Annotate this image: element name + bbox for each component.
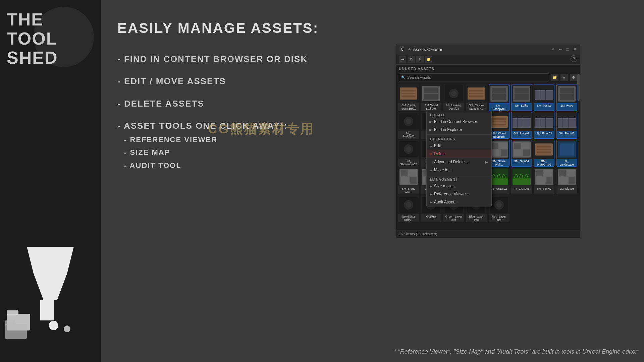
asset-name-24: SM_Stone Wall... [401,186,416,194]
svg-rect-21 [469,93,483,94]
asset-cell-3[interactable]: SM_Castle- Stairs3m02 [466,84,487,111]
ctx-delete-label: Delete [434,152,446,156]
asset-cell-23[interactable]: M_ Landscape [556,140,577,167]
toolbar-refresh-button[interactable]: ⟳ [408,56,415,63]
asset-cell-32[interactable]: NewEditor Utility... [398,195,419,222]
svg-rect-66 [562,118,563,128]
ctx-reference-viewer-button[interactable]: ✎ Reference Viewer... [427,190,491,198]
ctx-find-explorer-button[interactable]: ▶ Find in Explorer [427,126,491,134]
main-panel: EASILY MANAGE ASSETS: - FIND IN CONTENT … [101,0,644,362]
toolbar-edit-button[interactable]: ✎ [416,56,424,63]
filter-folder-button[interactable]: 📁 [551,74,558,81]
ctx-find-explorer-label: Find in Explorer [434,127,462,132]
asset-thumbnail-21 [511,140,532,159]
filter-settings-button[interactable]: ⚙ [570,74,577,81]
svg-rect-93 [523,149,530,156]
status-bar: 157 items (21 selected) [396,230,580,238]
ue-minimize-button[interactable]: ─ [558,47,562,52]
main-title: EASILY MANAGE ASSETS: [117,20,376,36]
asset-cell-15[interactable]: SM_Floor02 [556,112,577,139]
ctx-find-content-button[interactable]: ▶ Find in Content Browser [427,118,491,126]
ue-tab-close[interactable]: ✕ [551,47,554,52]
asset-cell-14[interactable]: SM_Floor03 [534,112,554,139]
asset-name-23: M_ Landscape [559,159,575,166]
status-text: 157 items (21 selected) [399,232,437,236]
asset-cell-5[interactable]: SM_Spike [511,84,532,111]
asset-cell-2[interactable]: MI_Leaking Decal03 [443,84,464,111]
asset-thumbnail-0 [398,84,419,103]
asset-cell-31[interactable]: SM_Sign03 [556,168,577,194]
asset-name-3: SM_Castle- Stairs3m02 [468,103,484,110]
svg-rect-87 [491,149,500,156]
ctx-move-to-button[interactable]: → Move to... [427,166,491,174]
edit-icon: ✎ [429,144,432,148]
ue-help-button[interactable]: ? [571,55,577,62]
asset-cell-24[interactable]: SM_Stone Wall... [398,168,419,194]
svg-rect-130 [559,177,568,184]
asset-name-35: Blue_Layer Info [469,214,484,222]
asset-cell-4[interactable]: SM_ Canopy05 [489,84,509,111]
svg-marker-0 [27,247,74,274]
ctx-delete-button[interactable]: ✕ Delete [427,150,491,158]
asset-cell-13[interactable]: SM_Floor01 [511,112,532,139]
svg-rect-10 [401,90,416,92]
svg-rect-101 [401,170,408,176]
asset-thumbnail-16 [398,140,419,159]
svg-point-8 [64,325,70,332]
asset-cell-7[interactable]: SM_Rope [556,84,577,111]
ue-titlebar: U ★ Assets Cleaner ✕ ─ □ ✕ [396,44,580,55]
asset-name-29: FT_Grass03 [513,186,530,190]
asset-name-34: Green_Layer Info [445,214,463,222]
advanced-delete-arrow: ▶ [485,160,488,164]
logo-line2: TOOL [7,29,58,48]
svg-point-18 [451,91,457,96]
ctx-size-map-button[interactable]: ✎ Size map... [427,182,491,190]
asset-name-33: GMTest [426,214,437,218]
feature-4-sub3: - AUDIT TOOL [117,161,376,171]
svg-point-134 [406,202,411,207]
tool-icon-illustration [0,240,94,342]
svg-rect-85 [491,143,498,149]
ue-maximize-button[interactable]: □ [565,47,570,52]
asset-cell-1[interactable]: SM_Wood Stairs03 [421,84,441,111]
asset-thumbnail-4 [489,84,509,103]
svg-rect-4 [7,310,18,315]
footer-note: * "Reference Viewer", "Size Map" and "Au… [394,348,637,355]
svg-rect-119 [490,178,508,185]
ue-window-controls: ─ □ ✕ [558,47,577,52]
svg-rect-59 [523,118,523,128]
asset-name-13: SM_Floor01 [513,131,530,135]
svg-rect-129 [567,170,575,176]
ue-close-button[interactable]: ✕ [573,47,577,52]
asset-cell-29[interactable]: FT_Grass03 [511,168,532,194]
scrollbar-thumb[interactable] [577,74,580,101]
left-panel: THE TOOL SHED [0,0,101,362]
toolbar-undo-button[interactable]: ↩ [399,56,406,63]
ctx-move-to-label: Move to... [434,168,452,172]
asset-cell-22[interactable]: SM_ Plank3m02 [534,140,554,167]
asset-cell-16[interactable]: SM_ Showroom02 [398,140,419,167]
asset-name-6: SM_Planks [536,103,552,107]
svg-rect-2 [40,300,54,320]
asset-name-30: SM_Sign02 [536,186,552,190]
ctx-advanced-delete-button[interactable]: Advanced Delete... ▶ [427,158,491,166]
find-content-icon: ▶ [429,120,432,124]
reference-viewer-icon: ✎ [429,192,432,196]
ctx-reference-viewer-label: Reference Viewer... [434,192,469,196]
asset-name-22: SM_ Plank3m02 [536,159,552,166]
svg-rect-29 [535,90,553,100]
svg-point-146 [496,202,502,207]
asset-cell-6[interactable]: SM_Planks [534,84,554,111]
asset-cell-21[interactable]: SM_Sign04 [511,140,532,167]
ctx-edit-button[interactable]: ✎ Edit [427,142,491,150]
asset-cell-8[interactable]: MI_ Puddle02 [398,112,419,139]
ctx-audit-asset-button[interactable]: ✎ Audit Asset... [427,198,491,206]
asset-cell-0[interactable]: SM_Castle Stairs3m01 [398,84,419,111]
search-input[interactable]: 🔍 Search Assets [399,73,549,81]
toolbar-folder-button[interactable]: 📁 [425,56,432,63]
asset-cell-30[interactable]: SM_Sign02 [534,168,554,194]
scrollbar[interactable] [577,74,580,230]
filter-list-button[interactable]: ≡ [560,74,568,81]
find-explorer-icon: ▶ [429,128,432,132]
svg-rect-92 [514,149,523,156]
